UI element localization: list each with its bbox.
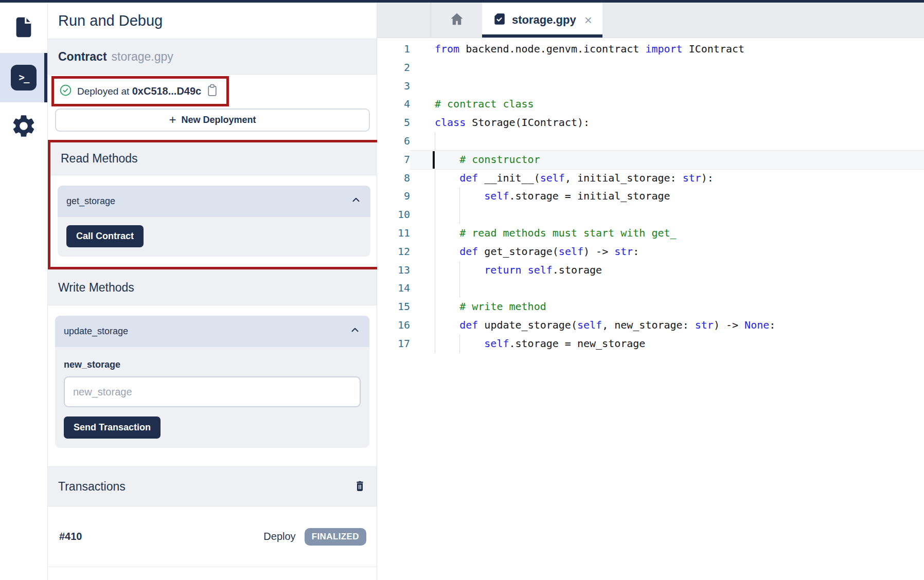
app-root: >_ Run and Debug Contract storage.gpy De… [0, 3, 924, 580]
indent-guide [435, 187, 435, 206]
transaction-id: #410 [59, 531, 82, 542]
indent-guide [435, 298, 435, 316]
tab-close-icon[interactable]: × [584, 13, 592, 27]
code-line[interactable]: 5class Storage(IContract): [377, 114, 924, 132]
file-check-icon [492, 12, 506, 28]
send-transaction-button[interactable]: Send Transaction [64, 416, 161, 439]
trash-icon [353, 479, 366, 494]
line-content[interactable]: from backend.node.genvm.icontract import… [410, 40, 924, 59]
write-methods-title: Write Methods [58, 281, 134, 295]
call-contract-button[interactable]: Call Contract [66, 225, 144, 247]
line-number: 9 [377, 187, 410, 206]
line-content[interactable] [410, 132, 924, 151]
code-line[interactable]: 1from backend.node.genvm.icontract impor… [377, 40, 924, 59]
code-line[interactable]: 15 # write method [377, 298, 924, 316]
indent-guide [435, 335, 435, 353]
code-line[interactable]: 10 [377, 206, 924, 224]
line-number: 17 [377, 335, 410, 353]
chevron-up-icon [349, 324, 361, 338]
indent-guide [435, 224, 435, 243]
clear-transactions-button[interactable] [353, 479, 366, 494]
line-content[interactable]: return self.storage [410, 261, 924, 280]
line-content[interactable] [410, 77, 924, 96]
line-content[interactable]: self.storage = new_storage [410, 335, 924, 353]
new-storage-input[interactable] [64, 376, 361, 407]
line-number: 5 [377, 114, 410, 132]
indent-guide [435, 169, 435, 188]
line-content[interactable]: def update_storage(self, new_storage: st… [410, 316, 924, 335]
line-number: 14 [377, 279, 410, 298]
new-deployment-label: New Deployment [181, 115, 256, 125]
line-content[interactable] [410, 206, 924, 224]
line-number: 3 [377, 77, 410, 96]
line-content[interactable]: self.storage = initial_storage [410, 187, 924, 206]
transaction-type: Deploy [263, 531, 295, 542]
contract-label: Contract [58, 50, 107, 64]
deployment-status-row: Deployed at 0xC518...D49c [48, 75, 377, 107]
code-line[interactable]: 2 [377, 59, 924, 77]
activity-bar: >_ [0, 3, 48, 580]
status-badge: FINALIZED [305, 528, 366, 546]
line-content[interactable]: # write method [410, 298, 924, 316]
line-content[interactable] [410, 59, 924, 77]
code-line[interactable]: 17 self.storage = new_storage [377, 335, 924, 353]
write-methods-header: Write Methods [48, 269, 377, 305]
code-line[interactable]: 11 # read methods must start with get_ [377, 224, 924, 243]
code-area[interactable]: 1from backend.node.genvm.icontract impor… [377, 38, 924, 353]
line-number: 15 [377, 298, 410, 316]
new-deployment-button[interactable]: + New Deployment [55, 108, 370, 132]
read-methods-header: Read Methods [50, 142, 378, 175]
indent-guide [435, 243, 435, 261]
plus-icon: + [169, 113, 176, 127]
method-card-update-storage: update_storage new_storage Send Transact… [55, 316, 369, 448]
page-title: Run and Debug [48, 3, 377, 39]
code-line[interactable]: 9 self.storage = initial_storage [377, 187, 924, 206]
clipboard-icon [206, 84, 218, 98]
line-number: 12 [377, 243, 410, 261]
line-content[interactable]: class Storage(IContract): [410, 114, 924, 132]
home-button[interactable] [431, 3, 482, 38]
line-content[interactable] [410, 279, 924, 298]
tab-storage-gpy[interactable]: storage.gpy × [482, 3, 602, 38]
code-line[interactable]: 3 [377, 77, 924, 96]
contract-header: Contract storage.gpy [48, 39, 377, 75]
code-line[interactable]: 14 [377, 279, 924, 298]
indent-guide [459, 279, 460, 298]
code-line[interactable]: 13 return self.storage [377, 261, 924, 280]
indent-guide [459, 206, 460, 224]
method-header-update-storage[interactable]: update_storage [55, 316, 369, 347]
rail-item-terminal[interactable]: >_ [0, 53, 47, 102]
line-content[interactable]: def __init__(self, initial_storage: str)… [410, 169, 924, 188]
line-number: 8 [377, 169, 410, 188]
home-icon [449, 11, 465, 29]
terminal-icon: >_ [11, 65, 37, 90]
editor-panel: storage.gpy × 1from backend.node.genvm.i… [377, 3, 924, 580]
line-number: 7 [377, 151, 410, 169]
line-content[interactable]: # contract class [410, 95, 924, 114]
copy-address-button[interactable] [206, 84, 218, 98]
contract-address: 0xC518...D49c [132, 85, 202, 97]
line-number: 13 [377, 261, 410, 280]
code-line[interactable]: 7 # constructor [377, 151, 924, 169]
indent-guide [435, 206, 435, 224]
code-line[interactable]: 6 [377, 132, 924, 151]
transaction-row[interactable]: #410 Deploy FINALIZED [48, 506, 377, 567]
indent-guide [435, 316, 435, 335]
chevron-up-icon [350, 194, 362, 208]
line-content[interactable]: # constructor [410, 151, 924, 169]
rail-item-settings[interactable] [0, 108, 47, 146]
line-content[interactable]: def get_storage(self) -> str: [410, 243, 924, 261]
indent-guide [459, 187, 460, 206]
code-line[interactable]: 16 def update_storage(self, new_storage:… [377, 316, 924, 335]
indent-guide [435, 261, 435, 280]
active-indicator [44, 53, 47, 102]
line-content[interactable]: # read methods must start with get_ [410, 224, 924, 243]
editor-tab-bar: storage.gpy × [377, 3, 924, 38]
code-line[interactable]: 12 def get_storage(self) -> str: [377, 243, 924, 261]
line-number: 4 [377, 95, 410, 114]
method-header-get-storage[interactable]: get_storage [58, 186, 370, 217]
rail-item-files[interactable] [0, 10, 47, 47]
code-line[interactable]: 8 def __init__(self, initial_storage: st… [377, 169, 924, 188]
code-line[interactable]: 4# contract class [377, 95, 924, 114]
file-icon [12, 15, 35, 41]
